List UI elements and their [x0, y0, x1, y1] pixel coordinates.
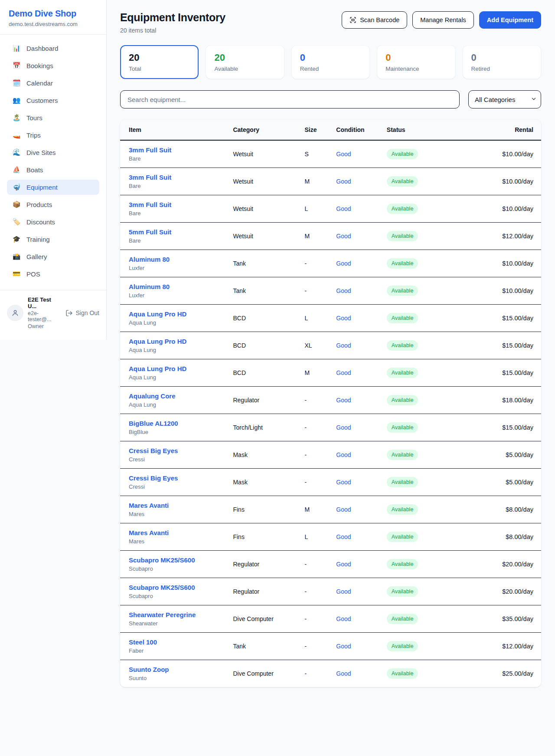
sidebar-item-boats[interactable]: ⛵ Boats — [7, 162, 99, 177]
condition-link[interactable]: Good — [336, 424, 351, 431]
scan-barcode-button[interactable]: Scan Barcode — [342, 11, 407, 29]
sidebar-item-label: Products — [26, 201, 52, 208]
stat-card-total[interactable]: 20 Total — [120, 45, 199, 79]
page-heading: Equipment Inventory 20 items total — [120, 11, 225, 34]
brand-name[interactable]: Demo Dive Shop — [9, 9, 98, 19]
sidebar: Demo Dive Shop demo.test.divestreams.com… — [0, 0, 107, 340]
cell-size: - — [301, 551, 333, 578]
condition-link[interactable]: Good — [336, 670, 351, 677]
sidebar-item-gallery[interactable]: 📸 Gallery — [7, 249, 99, 264]
sidebar-item-customers[interactable]: 👥 Customers — [7, 93, 99, 108]
search-input[interactable] — [120, 90, 460, 108]
app-root: Demo Dive Shop demo.test.divestreams.com… — [0, 0, 555, 701]
condition-link[interactable]: Good — [336, 151, 351, 158]
sign-out-button[interactable]: Sign Out — [65, 309, 99, 317]
item-name-link[interactable]: Aqualung Core — [129, 392, 226, 400]
cell-rental: $12.00/day — [474, 633, 541, 660]
item-brand: Aqua Lung — [129, 374, 226, 381]
user-name: E2E Test U... — [28, 296, 61, 309]
condition-link[interactable]: Good — [336, 643, 351, 650]
condition-link[interactable]: Good — [336, 205, 351, 212]
status-badge: Available — [387, 450, 418, 460]
condition-link[interactable]: Good — [336, 533, 351, 540]
cell-condition: Good — [333, 605, 383, 633]
condition-link[interactable]: Good — [336, 615, 351, 622]
condition-link[interactable]: Good — [336, 506, 351, 513]
item-name-link[interactable]: Aluminum 80 — [129, 283, 226, 290]
items-total-count: 20 items total — [120, 27, 225, 34]
item-name-link[interactable]: Cressi Big Eyes — [129, 474, 226, 482]
sidebar-item-trips[interactable]: 🚤 Trips — [7, 128, 99, 143]
condition-link[interactable]: Good — [336, 479, 351, 486]
item-name-link[interactable]: Suunto Zoop — [129, 666, 226, 673]
condition-link[interactable]: Good — [336, 451, 351, 458]
stat-card-maintenance[interactable]: 0 Maintenance — [377, 45, 455, 79]
condition-link[interactable]: Good — [336, 178, 351, 185]
cell-item: BigBlue AL1200 BigBlue — [120, 414, 229, 441]
sidebar-item-products[interactable]: 📦 Products — [7, 197, 99, 212]
cell-category: Regulator — [229, 387, 301, 414]
item-name-link[interactable]: 3mm Full Suit — [129, 146, 226, 154]
stat-card-rented[interactable]: 0 Rented — [291, 45, 370, 79]
sidebar-item-label: Dashboard — [26, 45, 58, 52]
item-name-link[interactable]: Cressi Big Eyes — [129, 447, 226, 454]
condition-link[interactable]: Good — [336, 342, 351, 349]
person-icon — [11, 309, 20, 317]
cell-status: Available — [383, 250, 474, 277]
bar-chart-icon: 📊 — [12, 45, 21, 52]
stat-card-available[interactable]: 20 Available — [206, 45, 284, 79]
table-row: 3mm Full Suit Bare Wetsuit L Good Availa… — [120, 195, 541, 223]
add-equipment-button[interactable]: Add Equipment — [479, 11, 541, 29]
sidebar-item-bookings[interactable]: 📅 Bookings — [7, 58, 99, 73]
condition-link[interactable]: Good — [336, 287, 351, 294]
item-name-link[interactable]: 5mm Full Suit — [129, 228, 226, 236]
item-name-link[interactable]: Mares Avanti — [129, 502, 226, 509]
sidebar-item-dashboard[interactable]: 📊 Dashboard — [7, 41, 99, 56]
item-name-link[interactable]: BigBlue AL1200 — [129, 420, 226, 427]
stat-card-retired[interactable]: 0 Retired — [463, 45, 541, 79]
item-name-link[interactable]: Aqua Lung Pro HD — [129, 338, 226, 345]
cell-item: Aqua Lung Pro HD Aqua Lung — [120, 359, 229, 387]
item-name-link[interactable]: Steel 100 — [129, 638, 226, 646]
sidebar-item-equipment[interactable]: 🤿 Equipment — [7, 180, 99, 195]
condition-link[interactable]: Good — [336, 233, 351, 240]
condition-link[interactable]: Good — [336, 561, 351, 568]
item-name-link[interactable]: Mares Avanti — [129, 529, 226, 536]
cell-rental: $15.00/day — [474, 359, 541, 387]
table-row: BigBlue AL1200 BigBlue Torch/Light - Goo… — [120, 414, 541, 441]
condition-link[interactable]: Good — [336, 315, 351, 322]
item-name-link[interactable]: Scubapro MK25/S600 — [129, 584, 226, 591]
sidebar-item-tours[interactable]: 🏝️ Tours — [7, 110, 99, 125]
item-brand: Bare — [129, 155, 226, 162]
sidebar-item-label: Trips — [26, 131, 41, 139]
cell-size: - — [301, 387, 333, 414]
sidebar-item-dive-sites[interactable]: 🌊 Dive Sites — [7, 145, 99, 160]
cell-status: Available — [383, 660, 474, 687]
condition-link[interactable]: Good — [336, 588, 351, 595]
sidebar-item-training[interactable]: 🎓 Training — [7, 232, 99, 247]
item-brand: Scubapro — [129, 593, 226, 599]
item-name-link[interactable]: Shearwater Peregrine — [129, 611, 226, 618]
cell-rental: $8.00/day — [474, 496, 541, 523]
cell-item: Aqua Lung Pro HD Aqua Lung — [120, 305, 229, 332]
condition-link[interactable]: Good — [336, 397, 351, 404]
sidebar-item-label: Gallery — [26, 253, 47, 260]
item-name-link[interactable]: Aqua Lung Pro HD — [129, 310, 226, 318]
cell-condition: Good — [333, 168, 383, 195]
item-name-link[interactable]: Aluminum 80 — [129, 256, 226, 263]
condition-link[interactable]: Good — [336, 260, 351, 267]
cell-category: Mask — [229, 441, 301, 469]
manage-rentals-button[interactable]: Manage Rentals — [412, 11, 474, 29]
condition-link[interactable]: Good — [336, 369, 351, 376]
item-name-link[interactable]: Aqua Lung Pro HD — [129, 365, 226, 372]
item-name-link[interactable]: 3mm Full Suit — [129, 174, 226, 181]
cell-category: Wetsuit — [229, 195, 301, 223]
status-badge: Available — [387, 422, 418, 433]
sidebar-item-calendar[interactable]: 🗓️ Calendar — [7, 76, 99, 91]
sidebar-item-discounts[interactable]: 🏷️ Discounts — [7, 214, 99, 230]
category-select[interactable]: All Categories — [468, 90, 541, 108]
item-name-link[interactable]: 3mm Full Suit — [129, 201, 226, 208]
item-name-link[interactable]: Scubapro MK25/S600 — [129, 556, 226, 564]
cell-rental: $10.00/day — [474, 250, 541, 277]
sidebar-item-pos[interactable]: 💳 POS — [7, 266, 99, 282]
